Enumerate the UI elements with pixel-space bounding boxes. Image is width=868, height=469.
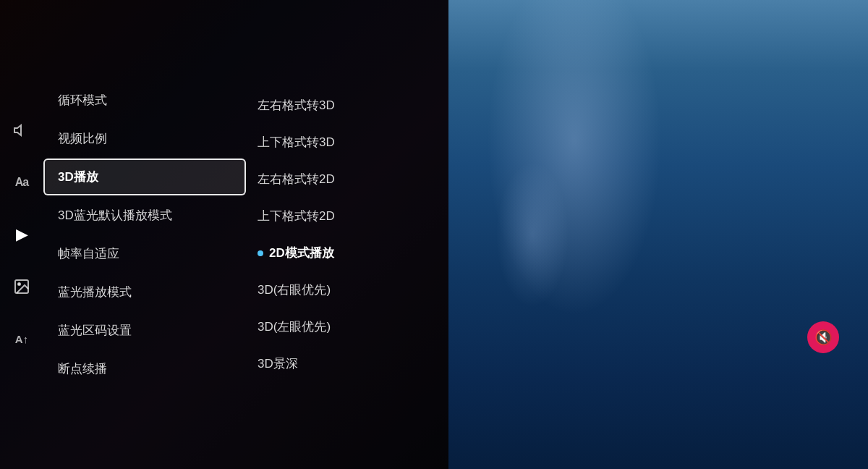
sub-menu-label-4: 2D模式播放 (269, 245, 334, 261)
active-dot (258, 250, 263, 256)
main-menu-item-1[interactable]: 视频比例 (43, 120, 246, 157)
sub-menu-item-0[interactable]: 左右格式转3D (246, 88, 405, 123)
menu-area: 循环模式视频比例3D播放3D蓝光默认播放模式帧率自适应蓝光播放模式蓝光区码设置断… (43, 0, 448, 469)
sidebar-icons: Aа ▶ A↑ (0, 0, 43, 469)
svg-point-2 (18, 283, 20, 285)
main-menu: 循环模式视频比例3D播放3D蓝光默认播放模式帧率自适应蓝光播放模式蓝光区码设置断… (43, 0, 246, 469)
main-menu-item-3[interactable]: 3D蓝光默认播放模式 (43, 197, 246, 234)
sub-menu-item-5[interactable]: 3D(右眼优先) (246, 272, 405, 308)
sub-menu: 左右格式转3D上下格式转3D左右格式转2D上下格式转2D2D模式播放3D(右眼优… (246, 0, 405, 469)
sub-menu-item-7[interactable]: 3D景深 (246, 346, 405, 381)
main-menu-item-5[interactable]: 蓝光播放模式 (43, 274, 246, 310)
sub-menu-label-3: 上下格式转2D (258, 208, 335, 224)
image-icon[interactable] (9, 274, 35, 300)
main-menu-item-2[interactable]: 3D播放 (43, 159, 246, 195)
font-size-icon[interactable]: Aа (9, 169, 35, 195)
ocean-shimmer (448, 0, 868, 469)
mute-icon[interactable] (807, 321, 839, 353)
sub-menu-item-1[interactable]: 上下格式转3D (246, 124, 405, 160)
left-panel: Aа ▶ A↑ 循环模式视频比例3D播放3D蓝光默认播放模式帧率自适应蓝光播放模… (0, 0, 448, 469)
sub-menu-label-2: 左右格式转2D (258, 171, 335, 187)
main-menu-item-6[interactable]: 蓝光区码设置 (43, 312, 246, 349)
sub-menu-item-2[interactable]: 左右格式转2D (246, 161, 405, 197)
right-panel (448, 0, 868, 469)
sub-menu-label-1: 上下格式转3D (258, 134, 335, 151)
svg-marker-0 (14, 125, 21, 135)
sub-menu-label-5: 3D(右眼优先) (258, 282, 331, 298)
sub-menu-item-4[interactable]: 2D模式播放 (246, 235, 405, 271)
sub-menu-label-0: 左右格式转3D (258, 97, 335, 114)
volume-icon[interactable] (9, 117, 35, 143)
sub-menu-label-7: 3D景深 (258, 355, 298, 372)
play-icon[interactable]: ▶ (9, 221, 35, 248)
sub-menu-item-6[interactable]: 3D(左眼优先) (246, 309, 405, 345)
main-menu-item-0[interactable]: 循环模式 (43, 82, 246, 119)
sub-menu-item-3[interactable]: 上下格式转2D (246, 198, 405, 234)
main-menu-item-7[interactable]: 断点续播 (43, 350, 246, 387)
sub-menu-label-6: 3D(左眼优先) (258, 318, 331, 335)
screen: Aа ▶ A↑ 循环模式视频比例3D播放3D蓝光默认播放模式帧率自适应蓝光播放模… (0, 0, 868, 469)
subtitle-font-icon[interactable]: A↑ (9, 326, 35, 352)
main-menu-item-4[interactable]: 帧率自适应 (43, 235, 246, 272)
